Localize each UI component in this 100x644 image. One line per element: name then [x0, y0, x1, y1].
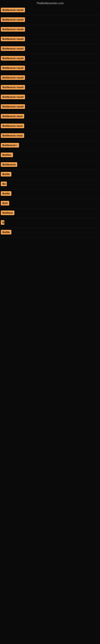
bottleneck-badge[interactable]: Bottle — [1, 172, 11, 176]
bottleneck-badge[interactable]: Bottleneck result — [1, 66, 25, 70]
result-row[interactable]: Bottlene — [0, 208, 100, 218]
bottleneck-badge[interactable]: Bottleneck result — [1, 104, 25, 109]
result-row[interactable]: Bottleneck r — [0, 141, 100, 150]
bottleneck-badge[interactable]: Bottleneck result — [1, 17, 25, 22]
result-row[interactable]: Bottleneck result — [0, 25, 100, 34]
result-row[interactable]: Bottle — [0, 170, 100, 180]
result-row[interactable]: Bo — [0, 180, 100, 189]
bottleneck-badge[interactable]: B — [1, 220, 4, 225]
bottleneck-badge[interactable]: Bottle — [1, 191, 11, 196]
bottleneck-badge[interactable]: Bottleneck resul — [1, 114, 24, 118]
result-row[interactable]: Bottleneck result — [0, 64, 100, 73]
result-row[interactable]: Bottleneck result — [0, 102, 100, 112]
bottleneck-badge[interactable]: Bottleneck result — [1, 27, 25, 32]
bottleneck-badge[interactable]: Bottle — [1, 230, 11, 234]
result-row[interactable]: Bottle — [0, 228, 100, 238]
bottleneck-badge[interactable]: Bottlene — [1, 210, 14, 215]
result-row[interactable]: Bottleneck resul — [0, 122, 100, 131]
results-container: Bottleneck resultBottleneck resultBottle… — [0, 6, 100, 238]
result-row[interactable]: Bottleneck resul — [0, 131, 100, 141]
bottleneck-badge[interactable]: Bottleneck result — [1, 85, 25, 90]
result-row[interactable]: Bottle — [0, 189, 100, 199]
result-row[interactable]: Bottleneck result — [0, 34, 100, 44]
bottleneck-badge[interactable]: Bottleneck result — [1, 75, 25, 80]
result-row[interactable]: Bottleneck result — [0, 92, 100, 102]
bottleneck-badge[interactable]: Bott — [1, 201, 9, 206]
bottleneck-badge[interactable]: Bottleneck result — [1, 94, 25, 99]
bottleneck-badge[interactable]: Bottleneck resul — [1, 133, 24, 138]
bottleneck-badge[interactable]: Bo — [1, 182, 7, 186]
bottleneck-badge[interactable]: Bottleneck result — [1, 46, 25, 51]
result-row[interactable]: Bottleneck result — [0, 54, 100, 64]
site-title: TheBottlenecker.com — [0, 0, 100, 6]
result-row[interactable]: Bottleneck result — [0, 15, 100, 25]
result-row[interactable]: Bottleneck result — [0, 44, 100, 54]
bottleneck-badge[interactable]: Bottleneck resul — [1, 124, 24, 128]
result-row[interactable]: Bottleneck — [0, 160, 100, 170]
result-row[interactable]: Bottleneck result — [0, 83, 100, 92]
result-row[interactable]: Bottleneck result — [0, 73, 100, 83]
bottleneck-badge[interactable]: Bottleneck — [1, 162, 17, 167]
bottleneck-badge[interactable]: Bottleneck result — [1, 56, 25, 60]
bottleneck-badge[interactable]: Bottlen — [1, 152, 13, 157]
page-wrapper: TheBottlenecker.com Bottleneck resultBot… — [0, 0, 100, 238]
result-row[interactable]: Bottleneck resul — [0, 112, 100, 122]
result-row[interactable]: Bottleneck result — [0, 6, 100, 15]
result-row[interactable]: Bott — [0, 199, 100, 208]
result-row[interactable]: B — [0, 218, 100, 228]
bottleneck-badge[interactable]: Bottleneck result — [1, 8, 25, 12]
result-row[interactable]: Bottlen — [0, 150, 100, 160]
bottleneck-badge[interactable]: Bottleneck r — [1, 143, 19, 148]
bottleneck-badge[interactable]: Bottleneck result — [1, 37, 25, 41]
